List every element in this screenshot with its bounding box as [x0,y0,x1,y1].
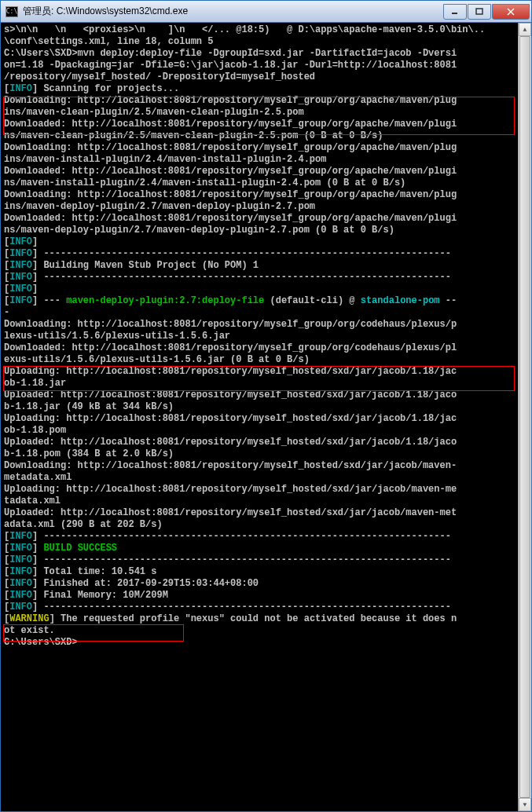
output-line: [INFO] ---------------------------------… [4,602,531,613]
output-line: Downloaded: http://localhost:8081/reposi… [4,213,531,225]
cmd-window: C:\ 管理员: C:\Windows\system32\cmd.exe s>\… [0,0,532,812]
output-line: ob-1.18.pom [4,425,531,437]
output-line: ot exist. [4,625,531,637]
output-line: on=1.18 -Dpackaging=jar -Dfile=G:\jar\ja… [4,60,531,71]
output-line: Downloading: http://localhost:8081/repos… [4,460,531,472]
output-line: s>\n\n \n <proxies>\n ]\n </... @18:5) @… [4,24,531,36]
output-line: tadata.xml [4,496,531,507]
window-controls [442,4,530,20]
close-button[interactable] [492,4,530,20]
output-line: Downloaded: http://localhost:8081/reposi… [4,119,531,130]
output-line: [INFO] Scanning for projects... [4,83,531,95]
svg-rect-1 [476,9,482,14]
output-line: Downloaded: http://localhost:8081/reposi… [4,166,531,177]
output-line: ins/maven-clean-plugin/2.5/maven-clean-p… [4,107,531,119]
output-line: adata.xml (290 B at 202 B/s) [4,519,531,531]
output-line: b-1.18.jar (49 kB at 344 kB/s) [4,401,531,413]
output-line: Downloading: http://localhost:8081/repos… [4,142,531,154]
titlebar[interactable]: C:\ 管理员: C:\Windows\system32\cmd.exe [1,1,531,23]
output-line: Uploading: http://localhost:8081/reposit… [4,366,531,378]
output-line: ins/maven-deploy-plugin/2.7/maven-deploy… [4,201,531,213]
output-line: Downloading: http://localhost:8081/repos… [4,189,531,201]
output-line: [INFO] [4,236,531,248]
output-line: /repository/myself_hosted/ -DrepositoryI… [4,71,531,83]
output-line: Uploading: http://localhost:8081/reposit… [4,413,531,425]
scroll-up-button[interactable]: ▲ [519,23,531,36]
output-line: lexus-utils/1.5.6/plexus-utils-1.5.6.jar [4,331,531,342]
minimize-button[interactable] [443,4,467,20]
output-line: [INFO] ---------------------------------… [4,554,531,566]
output-line: [INFO] Building Maven Stub Project (No P… [4,260,531,272]
output-line: Downloading: http://localhost:8081/repos… [4,319,531,331]
output-line: b-1.18.pom (384 B at 2.0 kB/s) [4,448,531,460]
output-line: ns/maven-install-plugin/2.4/maven-instal… [4,177,531,189]
output-line: C:\Users\SXD>mvn deploy:deploy-file -Dgr… [4,48,531,60]
prompt-line[interactable]: C:\Users\SXD> [4,637,531,649]
cmd-icon: C:\ [6,6,18,17]
output-line: [INFO] Final Memory: 10M/209M [4,590,531,602]
output-line: [WARNING] The requested profile "nexus" … [4,613,531,625]
output-line: ob-1.18.jar [4,378,531,390]
maximize-button[interactable] [468,4,491,20]
output-line: ins/maven-install-plugin/2.4/maven-insta… [4,154,531,166]
output-line: Uploaded: http://localhost:8081/reposito… [4,390,531,401]
output-line: [INFO] [4,283,531,295]
scroll-thumb[interactable] [519,36,530,798]
scroll-down-button[interactable]: ▼ [519,798,531,811]
output-line: Uploading: http://localhost:8081/reposit… [4,484,531,496]
output-line: [INFO] BUILD SUCCESS [4,543,531,554]
output-line: ns/maven-clean-plugin/2.5/maven-clean-pl… [4,130,531,142]
output-line: [INFO] ---------------------------------… [4,272,531,283]
output-line: metadata.xml [4,472,531,484]
output-line: Downloaded: http://localhost:8081/reposi… [4,342,531,354]
output-line: Downloading: http://localhost:8081/repos… [4,95,531,107]
window-title: 管理员: C:\Windows\system32\cmd.exe [23,5,442,18]
output-line: Uploaded: http://localhost:8081/reposito… [4,437,531,448]
output-line: Uploaded: http://localhost:8081/reposito… [4,507,531,519]
output-line: [INFO] ---------------------------------… [4,248,531,260]
output-line: \conf\settings.xml, line 18, column 5 [4,36,531,48]
output-line: [INFO] --- maven-deploy-plugin:2.7:deplo… [4,295,531,307]
output-line: [INFO] ---------------------------------… [4,531,531,543]
output-line: ns/maven-deploy-plugin/2.7/maven-deploy-… [4,225,531,236]
scrollbar[interactable]: ▲ ▼ [518,23,531,811]
output-line: exus-utils/1.5.6/plexus-utils-1.5.6.jar … [4,354,531,366]
output-line: [INFO] Total time: 10.541 s [4,566,531,578]
output-line: - [4,307,531,319]
output-line: [INFO] Finished at: 2017-09-29T15:03:44+… [4,578,531,590]
terminal-output[interactable]: s>\n\n \n <proxies>\n ]\n </... @18:5) @… [1,23,531,811]
